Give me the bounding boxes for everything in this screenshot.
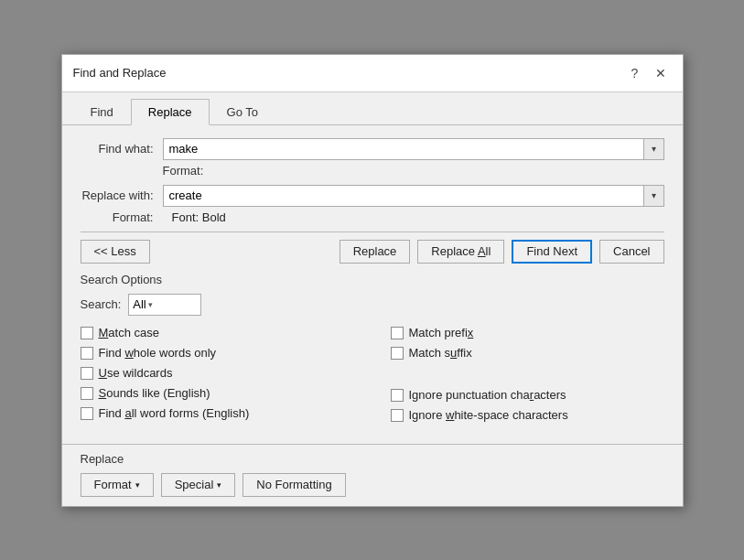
tab-replace-label: Replace: [148, 105, 192, 119]
ignore-whitespace-checkbox[interactable]: [391, 409, 404, 422]
main-action-buttons: Replace Replace All Find Next Cancel: [340, 240, 664, 264]
search-value: All: [133, 297, 146, 311]
find-next-button[interactable]: Find Next: [512, 240, 592, 264]
find-what-input[interactable]: [163, 138, 644, 160]
tab-goto[interactable]: Go To: [210, 99, 275, 125]
tab-find-label: Find: [91, 105, 113, 119]
replace-with-input[interactable]: [163, 185, 644, 207]
action-buttons-row: << Less Replace Replace All Find Next Ca…: [81, 240, 664, 264]
format-dropdown-arrow: ▾: [135, 480, 140, 490]
special-dropdown-arrow: ▾: [217, 480, 221, 490]
match-case-label: Match case: [99, 326, 160, 339]
find-replace-dialog: Find and Replace ? ✕ Find Replace Go To …: [61, 54, 684, 507]
ignore-punctuation-label: Ignore punctuation characters: [409, 388, 566, 402]
less-button[interactable]: << Less: [81, 240, 150, 264]
sounds-like-label: Sounds like (English): [99, 386, 210, 400]
option-match-prefix[interactable]: Match prefix: [391, 323, 664, 343]
find-whole-words-checkbox[interactable]: [81, 347, 93, 360]
close-button[interactable]: ✕: [650, 62, 672, 84]
replace-with-label: Replace with:: [81, 188, 163, 202]
use-wildcards-label: Use wildcards: [99, 366, 173, 380]
find-what-input-wrap: ▾: [163, 138, 664, 160]
option-match-suffix[interactable]: Match suffix: [391, 343, 664, 363]
option-ignore-whitespace[interactable]: Ignore white-space characters: [391, 405, 664, 425]
search-dropdown[interactable]: All ▾: [128, 294, 201, 316]
bottom-section: Replace Format ▾ Special ▾ No Formatting: [62, 444, 683, 506]
find-whole-words-label: Find whole words only: [99, 346, 217, 360]
option-find-whole-words[interactable]: Find whole words only: [81, 343, 354, 363]
format-button-label: Format: [94, 478, 132, 491]
tab-bar: Find Replace Go To: [62, 92, 683, 125]
ignore-punctuation-checkbox[interactable]: [391, 389, 404, 402]
cancel-button[interactable]: Cancel: [599, 240, 663, 264]
replace-format-label: Format:: [81, 210, 163, 224]
option-match-case[interactable]: Match case: [81, 323, 354, 343]
options-grid: Match case Find whole words only Use wil…: [81, 323, 664, 425]
option-use-wildcards[interactable]: Use wildcards: [81, 363, 354, 383]
match-prefix-checkbox[interactable]: [391, 327, 404, 339]
match-case-checkbox[interactable]: [81, 327, 93, 339]
option-ignore-punctuation[interactable]: Ignore punctuation characters: [391, 385, 664, 405]
find-format-label: Format:: [81, 164, 664, 178]
special-button-label: Special: [175, 478, 214, 491]
find-what-label: Find what:: [81, 142, 163, 156]
options-col2: Match prefix Match suffix Ignore punctua…: [391, 323, 664, 425]
match-prefix-label: Match prefix: [409, 326, 474, 339]
tab-find[interactable]: Find: [73, 99, 131, 125]
replace-all-button[interactable]: Replace All: [417, 240, 504, 264]
title-bar: Find and Replace ? ✕: [62, 55, 683, 92]
find-what-dropdown[interactable]: ▾: [644, 138, 664, 160]
use-wildcards-checkbox[interactable]: [81, 367, 93, 380]
replace-section-title: Replace: [81, 452, 664, 466]
replace-button[interactable]: Replace: [340, 240, 411, 264]
format-button[interactable]: Format ▾: [81, 473, 154, 497]
match-suffix-checkbox[interactable]: [391, 347, 404, 360]
dialog-content: Find what: ▾ Format: Replace with: ▾ For…: [62, 125, 683, 444]
divider-top: [81, 232, 664, 232]
search-label: Search:: [81, 297, 122, 311]
find-what-row: Find what: ▾: [81, 138, 664, 160]
no-formatting-button[interactable]: No Formatting: [243, 473, 345, 497]
bottom-buttons-row: Format ▾ Special ▾ No Formatting: [81, 473, 664, 497]
find-all-word-forms-label: Find all word forms (English): [99, 406, 250, 420]
options-col1: Match case Find whole words only Use wil…: [81, 323, 354, 425]
replace-with-input-wrap: ▾: [163, 185, 664, 207]
find-all-word-forms-checkbox[interactable]: [81, 407, 93, 420]
replace-format-value: Font: Bold: [163, 210, 226, 224]
option-find-all-word-forms[interactable]: Find all word forms (English): [81, 404, 354, 424]
match-suffix-label: Match suffix: [409, 346, 472, 360]
search-row: Search: All ▾: [81, 294, 664, 316]
search-dropdown-arrow: ▾: [148, 300, 153, 309]
special-button[interactable]: Special ▾: [161, 473, 236, 497]
option-sounds-like[interactable]: Sounds like (English): [81, 383, 354, 404]
replace-format-row: Format: Font: Bold: [81, 210, 664, 224]
less-button-group: << Less: [81, 240, 150, 264]
tab-replace[interactable]: Replace: [131, 99, 210, 125]
help-button[interactable]: ?: [624, 62, 646, 84]
replace-with-row: Replace with: ▾: [81, 185, 664, 207]
title-bar-controls: ? ✕: [624, 62, 672, 84]
ignore-whitespace-label: Ignore white-space characters: [409, 408, 568, 422]
tab-goto-label: Go To: [227, 105, 258, 119]
replace-with-dropdown[interactable]: ▾: [644, 185, 664, 207]
dialog-title: Find and Replace: [73, 66, 167, 80]
search-options-title: Search Options: [81, 273, 664, 286]
sounds-like-checkbox[interactable]: [81, 387, 93, 400]
